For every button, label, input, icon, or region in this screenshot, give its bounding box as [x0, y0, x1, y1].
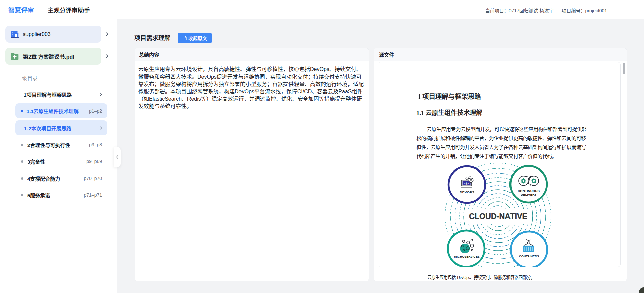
svg-text:DELIVERY: DELIVERY: [521, 193, 537, 196]
svg-text:CONTAINERS: CONTAINERS: [519, 255, 539, 258]
svg-text:CONTINUOUS: CONTINUOUS: [518, 189, 540, 193]
svg-text:</>: </>: [464, 182, 469, 185]
svg-text:CLOUD-NATIVE: CLOUD-NATIVE: [469, 212, 527, 221]
svg-text:DEVOPS: DEVOPS: [460, 191, 474, 194]
svg-text:MICROSERVICES: MICROSERVICES: [454, 255, 480, 258]
